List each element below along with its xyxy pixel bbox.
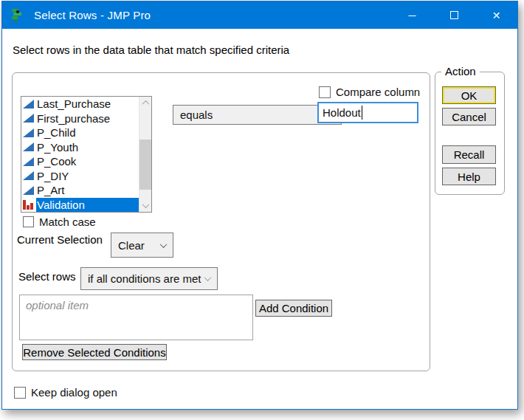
column-listbox[interactable]: Last_Purchase First_purchase P_Child P_Y… [21,96,152,213]
checkbox-box[interactable] [14,387,26,399]
continuous-column-icon [21,100,36,109]
ok-button[interactable]: OK [442,86,496,104]
conditions-listbox[interactable]: optional item [19,295,253,340]
action-groupbox: Action OK Cancel Recall Help [435,72,505,195]
conditions-placeholder: optional item [26,299,89,311]
select-rows-dialog: Select Rows - JMP Pro ─ ✕ Select rows in… [1,1,518,410]
continuous-column-icon [21,114,36,123]
value-input-text: Holdout [323,106,361,119]
keep-dialog-open-label: Keep dialog open [31,386,117,399]
list-item[interactable]: Last_Purchase [21,97,139,111]
screen: Select Rows - JMP Pro ─ ✕ Select rows in… [0,0,524,420]
keep-dialog-open-checkbox[interactable]: Keep dialog open [14,386,117,399]
continuous-column-icon [21,186,36,195]
help-button[interactable]: Help [442,168,496,185]
select-rows-label: Select rows [18,270,76,283]
value-input[interactable]: Holdout [317,102,418,123]
match-case-checkbox[interactable]: Match case [23,216,96,228]
action-group-label: Action [441,65,480,78]
continuous-column-icon [21,142,36,151]
current-selection-label: Current Selection [17,233,103,246]
titlebar[interactable]: Select Rows - JMP Pro ─ ✕ [2,1,517,29]
continuous-column-icon [21,171,36,180]
compare-column-checkbox[interactable]: Compare column [319,86,420,98]
close-button[interactable]: ✕ [475,1,517,29]
add-condition-button[interactable]: Add Condition [255,300,332,317]
recall-button[interactable]: Recall [442,145,496,164]
window-title: Select Rows - JMP Pro [34,9,151,21]
checkbox-box[interactable] [23,216,34,227]
jmp-app-icon [11,8,24,23]
current-selection-combobox[interactable]: Clear [111,233,173,258]
list-scrollbar[interactable] [139,97,151,212]
list-item[interactable]: P_DIY [21,169,139,184]
list-item[interactable]: P_Art [21,183,139,198]
chevron-down-icon [204,274,212,281]
column-list-rows: Last_Purchase First_purchase P_Child P_Y… [21,97,139,212]
checkbox-box[interactable] [319,86,331,98]
match-case-label: Match case [39,216,96,228]
close-icon: ✕ [492,10,501,21]
list-item[interactable]: P_Youth [21,140,139,155]
remove-selected-conditions-button[interactable]: Remove Selected Conditions [22,344,167,360]
minimize-icon: ─ [409,10,416,21]
scroll-up-icon[interactable] [139,97,151,109]
operator-combobox[interactable]: equals [173,105,342,125]
cancel-button[interactable]: Cancel [442,108,496,125]
scroll-thumb[interactable] [139,140,151,190]
text-cursor [362,106,362,120]
minimize-button[interactable]: ─ [391,1,433,29]
maximize-button[interactable] [433,1,475,29]
list-item[interactable]: P_Cook [21,154,139,169]
scroll-down-icon[interactable] [139,199,151,212]
select-rows-combobox[interactable]: if all conditions are met [80,267,218,290]
list-item-selected[interactable]: Validation [21,198,139,213]
list-item[interactable]: P_Child [21,125,139,140]
caption-buttons: ─ ✕ [391,1,517,29]
continuous-column-icon [21,128,36,137]
nominal-column-icon [21,199,36,210]
list-item[interactable]: First_purchase [21,111,139,126]
chevron-down-icon [160,241,168,248]
continuous-column-icon [21,157,36,166]
maximize-icon [450,11,458,19]
compare-column-label: Compare column [336,86,420,98]
dialog-description: Select rows in the data table that match… [13,44,289,56]
